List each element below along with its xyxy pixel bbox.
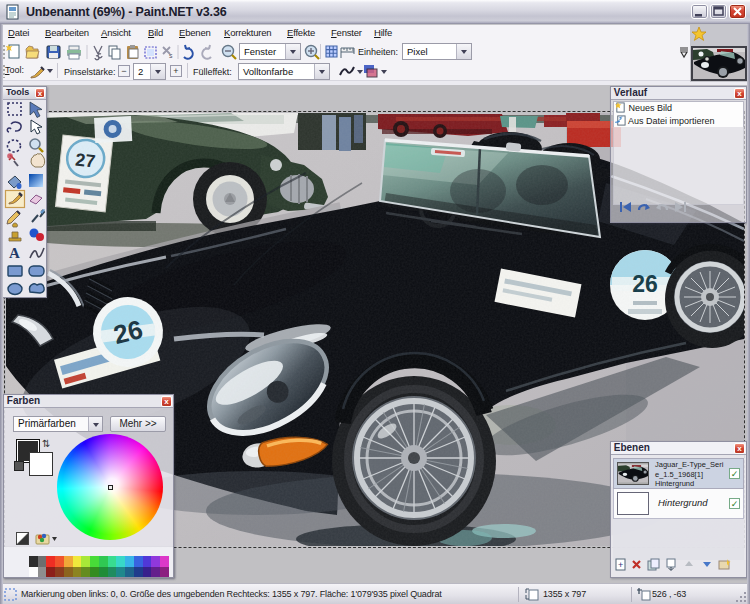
svg-text:+: + [618, 560, 623, 570]
svg-text:s: s [169, 52, 173, 59]
svg-text:A: A [9, 245, 20, 261]
